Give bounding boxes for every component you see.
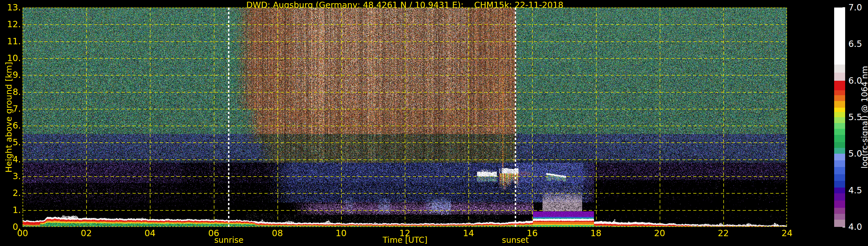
y-tick-label: 1. bbox=[0, 205, 21, 215]
x-tick-label: 24 bbox=[781, 228, 793, 238]
sunset-annotation: sunset bbox=[502, 235, 529, 245]
heatmap-plot bbox=[23, 7, 787, 227]
y-tick-label: 5. bbox=[0, 137, 21, 147]
y-tick-label: 11. bbox=[0, 36, 21, 46]
colorbar bbox=[834, 7, 845, 227]
x-tick-label: 10 bbox=[336, 228, 347, 238]
colorbar-tick-label: 4.5 bbox=[848, 185, 862, 195]
y-tick-label: 4. bbox=[0, 154, 21, 164]
y-tick-label: 12. bbox=[0, 19, 21, 29]
x-tick-label: 18 bbox=[590, 228, 601, 238]
x-tick-label: 22 bbox=[718, 228, 729, 238]
x-tick-label: 00 bbox=[17, 228, 28, 238]
y-tick-label: 7. bbox=[0, 103, 21, 114]
x-tick-label: 08 bbox=[272, 228, 283, 238]
y-tick-label: 8. bbox=[0, 87, 21, 97]
x-tick-label: 04 bbox=[144, 228, 155, 238]
x-tick-label: 20 bbox=[654, 228, 665, 238]
x-axis-label: Time [UTC] bbox=[383, 235, 428, 245]
y-tick-label: 13. bbox=[0, 2, 21, 12]
y-tick-label: 6. bbox=[0, 120, 21, 130]
x-tick-label: 02 bbox=[81, 228, 92, 238]
sunrise-annotation: sunrise bbox=[214, 235, 243, 245]
y-tick-label: 2. bbox=[0, 188, 21, 198]
y-tick-label: 3. bbox=[0, 171, 21, 181]
y-tick-label: 9. bbox=[0, 70, 21, 80]
colorbar-label: log(rc-signal) @ 1064 nm bbox=[860, 66, 868, 169]
colorbar-tick-label: 4.0 bbox=[848, 222, 862, 232]
y-tick-label: 10. bbox=[0, 53, 21, 63]
colorbar-tick-label: 7.0 bbox=[848, 2, 862, 12]
ceilometer-quicklook: DWD: Augsburg (Germany; 48.4261 N / 10.9… bbox=[0, 0, 868, 246]
x-tick-label: 14 bbox=[463, 228, 474, 238]
colorbar-tick-label: 6.5 bbox=[848, 39, 862, 49]
